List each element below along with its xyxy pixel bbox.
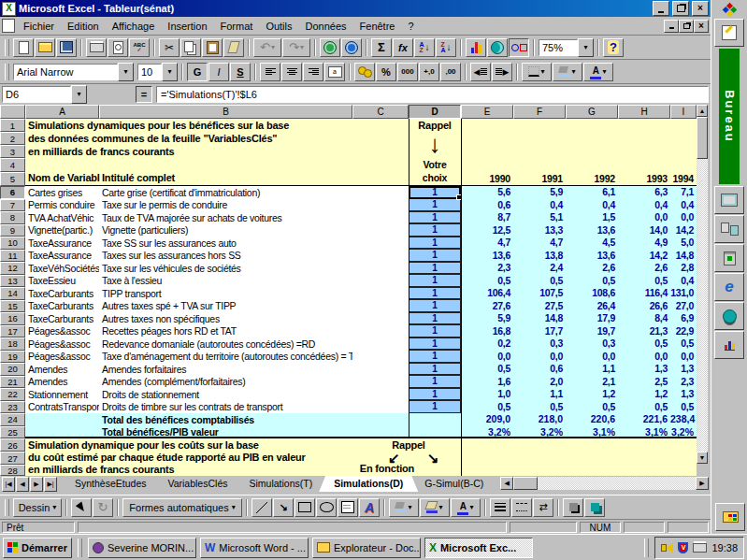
zoom-value[interactable]: 75% bbox=[539, 39, 578, 56]
cell-value[interactable]: 108,6 bbox=[566, 287, 618, 300]
sheet-tab-G-Simul(B-C)[interactable]: G-Simul(B-C) bbox=[409, 476, 498, 492]
cell-name[interactable]: Stationnement bbox=[25, 389, 99, 400]
threed-button[interactable] bbox=[584, 498, 605, 517]
new-note-button[interactable] bbox=[714, 19, 744, 47]
formula-input[interactable]: ='Simulations(T)'!$L6 bbox=[156, 86, 709, 103]
cell-name[interactable]: Péages&assoc bbox=[25, 351, 99, 362]
row-header-17[interactable]: 17 bbox=[0, 325, 25, 338]
recycle-bin-button[interactable] bbox=[714, 244, 744, 272]
select-objects-button[interactable] bbox=[71, 498, 92, 517]
cell-name[interactable]: TaxeAssurance bbox=[25, 250, 99, 261]
row-header-8[interactable]: 8 bbox=[0, 211, 25, 224]
row-header-4[interactable]: 4 bbox=[0, 158, 25, 172]
cell-desc[interactable]: TIPP transport bbox=[99, 288, 352, 299]
cell-value[interactable]: 0,0 bbox=[670, 211, 697, 224]
cell-value[interactable]: 1,3 bbox=[670, 388, 697, 401]
column-header-C[interactable]: C bbox=[352, 105, 409, 119]
row-header-25[interactable]: 25 bbox=[0, 426, 25, 439]
redo-button[interactable]: ↷▾ bbox=[282, 38, 310, 57]
cell-value[interactable]: 5,6 bbox=[461, 186, 513, 199]
cell-value[interactable]: 13,6 bbox=[566, 250, 618, 263]
cell-value[interactable]: 131,0 bbox=[670, 287, 697, 300]
cell-desc[interactable]: Taxe à l'essieu bbox=[99, 275, 352, 286]
cell-value[interactable]: 2,3 bbox=[670, 376, 697, 389]
year-header[interactable]: 1992 bbox=[566, 172, 618, 186]
sort-ascending-button[interactable]: AZ↓ bbox=[414, 38, 435, 57]
currency-style-button[interactable] bbox=[354, 63, 375, 81]
taskbar-button[interactable]: Explorateur - Doc... bbox=[312, 538, 421, 558]
column-header-E[interactable]: E bbox=[461, 105, 513, 119]
row-header-9[interactable]: 9 bbox=[0, 224, 25, 237]
bureau-band[interactable]: Bureau bbox=[719, 49, 740, 184]
close-button[interactable]: × bbox=[692, 1, 709, 16]
cell-value[interactable]: 7,1 bbox=[670, 186, 697, 199]
cell-value[interactable]: 0,0 bbox=[513, 351, 566, 364]
cell-choice[interactable]: 1 bbox=[409, 211, 461, 224]
cell-name[interactable]: TaxeCarburants bbox=[25, 300, 99, 311]
cell-choice[interactable]: 1 bbox=[409, 249, 461, 262]
internet-explorer-button[interactable]: e bbox=[714, 273, 744, 301]
cell-desc[interactable]: Taxe sur le permis de conduire bbox=[99, 199, 352, 210]
font-name[interactable]: Arial Narrow bbox=[13, 64, 118, 80]
font-size-combobox[interactable]: 10 ▾ bbox=[137, 63, 178, 81]
cell-choice[interactable]: 1 bbox=[409, 400, 461, 413]
cell-desc[interactable]: Taxe sur les véhicules de sociétés bbox=[99, 263, 352, 274]
cell-value[interactable]: 0,6 bbox=[461, 199, 513, 212]
column-header-I[interactable]: I bbox=[670, 105, 697, 119]
cell-value[interactable]: 1,2 bbox=[566, 388, 618, 401]
free-rotate-button[interactable]: ↻ bbox=[93, 498, 113, 517]
column-header-D[interactable]: D bbox=[409, 105, 461, 119]
cell-desc[interactable]: Vignette (particuliers) bbox=[99, 224, 352, 236]
cell-value[interactable]: 13,8 bbox=[513, 250, 566, 263]
cell-desc[interactable]: Taxes sur les assurances hors SS bbox=[99, 250, 352, 261]
votre-label[interactable]: Votre bbox=[409, 159, 461, 170]
cell-value[interactable]: 5,9 bbox=[513, 186, 566, 199]
cell-value[interactable]: 0,4 bbox=[670, 199, 697, 212]
zoom-dropdown-button[interactable]: ▾ bbox=[578, 38, 594, 57]
cell-choice[interactable]: 1 bbox=[409, 287, 461, 300]
cell-value[interactable]: 4,7 bbox=[513, 237, 566, 250]
cell-value[interactable]: 0,4 bbox=[618, 199, 670, 212]
scroll-right-button[interactable]: ▶ bbox=[696, 477, 709, 490]
wordart-button[interactable]: A bbox=[359, 498, 380, 517]
row-header-1[interactable]: 1 bbox=[0, 119, 25, 132]
oval-button[interactable] bbox=[316, 498, 337, 517]
cell-value[interactable]: 13,3 bbox=[513, 224, 566, 237]
font-color-dropdown[interactable]: A▾ bbox=[451, 498, 481, 517]
select-all-corner[interactable] bbox=[0, 105, 25, 119]
row-header-28[interactable]: 28 bbox=[0, 465, 25, 476]
globe-button[interactable] bbox=[714, 302, 744, 330]
cell-value[interactable]: 12,5 bbox=[461, 224, 513, 237]
cell-value[interactable]: 0,0 bbox=[566, 351, 618, 364]
office-logo-icon[interactable] bbox=[715, 1, 743, 18]
cell-value[interactable]: 1,3 bbox=[618, 363, 670, 376]
year-header[interactable]: 1991 bbox=[513, 172, 566, 186]
save-button[interactable] bbox=[56, 38, 77, 57]
minimize-button[interactable] bbox=[653, 1, 669, 16]
row-header-20[interactable]: 20 bbox=[0, 363, 25, 376]
workbook-restore-button[interactable] bbox=[679, 20, 694, 33]
scrollbar-thumb[interactable] bbox=[513, 477, 538, 490]
menu-donnes[interactable]: Données bbox=[299, 19, 353, 34]
paste-function-button[interactable]: fx bbox=[393, 38, 413, 57]
cell-value[interactable]: 14,2 bbox=[670, 224, 697, 237]
cell-value[interactable]: 2,0 bbox=[513, 376, 566, 389]
cell-value[interactable]: 0,6 bbox=[513, 363, 566, 376]
year-header[interactable]: 1990 bbox=[461, 172, 513, 186]
cell-value[interactable]: 16,8 bbox=[461, 325, 513, 338]
cell-value[interactable]: 0,4 bbox=[566, 199, 618, 212]
cell-choice[interactable]: 1 bbox=[409, 388, 461, 401]
year-header[interactable]: 1993 bbox=[618, 172, 670, 186]
font-dropdown-button[interactable]: ▾ bbox=[118, 63, 134, 81]
cell-value[interactable]: 2,4 bbox=[513, 262, 566, 275]
cell-choice[interactable]: 1 bbox=[409, 262, 461, 275]
font-size-dropdown-button[interactable]: ▾ bbox=[162, 63, 178, 81]
cell-value[interactable]: 8,7 bbox=[461, 211, 513, 224]
year-header[interactable]: 1994 bbox=[670, 172, 697, 186]
choix-label[interactable]: choix bbox=[409, 172, 461, 183]
cell-name[interactable]: Amendes bbox=[25, 376, 99, 387]
column-header-H[interactable]: H bbox=[618, 105, 670, 119]
network-neighborhood-button[interactable] bbox=[714, 215, 744, 243]
cell-value[interactable]: 26,4 bbox=[566, 300, 618, 313]
menu-outils[interactable]: Outils bbox=[259, 19, 298, 34]
